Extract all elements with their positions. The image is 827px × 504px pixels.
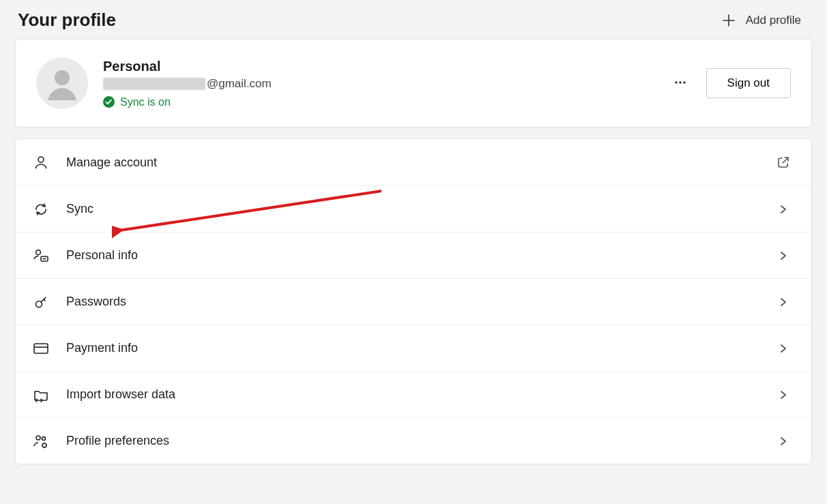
person-card-icon [32, 248, 50, 263]
settings-item-label: Personal info [66, 248, 776, 263]
settings-list: Manage accountSyncPersonal infoPasswords… [15, 138, 812, 464]
page-title: Your profile [18, 10, 116, 31]
settings-item-sync[interactable]: Sync [16, 186, 811, 232]
svg-point-13 [42, 436, 46, 440]
settings-item-label: Sync [66, 202, 776, 216]
check-circle-icon [103, 96, 115, 108]
person-icon [32, 155, 50, 170]
svg-point-5 [38, 157, 44, 162]
key-icon [32, 295, 50, 310]
profile-email: @gmail.com [103, 77, 671, 91]
settings-item-label: Payment info [66, 341, 776, 355]
svg-point-6 [36, 250, 41, 254]
svg-point-3 [679, 81, 681, 83]
settings-item-label: Import browser data [66, 387, 776, 402]
card-icon [32, 342, 50, 355]
sync-icon [32, 202, 50, 217]
more-horizontal-icon [673, 76, 687, 91]
settings-item-label: Profile preferences [66, 434, 776, 448]
settings-item-label: Passwords [66, 295, 776, 309]
chevron-right-icon [776, 389, 791, 400]
svg-point-0 [55, 70, 70, 85]
sign-out-button[interactable]: Sign out [706, 68, 791, 98]
chevron-right-icon [776, 297, 791, 308]
settings-item-profile-preferences[interactable]: Profile preferences [16, 417, 811, 464]
chevron-right-icon [776, 250, 791, 261]
settings-item-payment-info[interactable]: Payment info [16, 325, 811, 371]
chevron-right-icon [776, 436, 791, 447]
more-actions-button[interactable] [671, 74, 690, 93]
chevron-right-icon [776, 204, 791, 215]
avatar [36, 57, 88, 109]
chevron-right-icon [776, 343, 791, 354]
people-gear-icon [32, 434, 50, 449]
settings-item-manage-account[interactable]: Manage account [16, 139, 811, 186]
external-link-icon [776, 155, 791, 169]
profile-name: Personal [103, 59, 671, 74]
svg-rect-10 [34, 344, 48, 353]
add-profile-label: Add profile [746, 14, 801, 27]
folder-import-icon [32, 387, 50, 402]
svg-point-12 [36, 436, 40, 440]
add-profile-button[interactable]: Add profile [721, 13, 801, 28]
svg-point-2 [675, 81, 677, 83]
profile-card: Personal @gmail.com Sync is on Sign out [15, 39, 812, 128]
svg-point-4 [683, 81, 685, 83]
settings-item-passwords[interactable]: Passwords [16, 278, 811, 325]
redacted-email-local [103, 78, 205, 90]
settings-item-label: Manage account [66, 155, 776, 170]
settings-item-personal-info[interactable]: Personal info [16, 232, 811, 278]
sync-status-label: Sync is on [120, 96, 171, 108]
sync-status: Sync is on [103, 96, 671, 108]
email-suffix: @gmail.com [207, 77, 272, 91]
settings-item-import-browser-data[interactable]: Import browser data [16, 371, 811, 417]
plus-icon [721, 13, 736, 28]
